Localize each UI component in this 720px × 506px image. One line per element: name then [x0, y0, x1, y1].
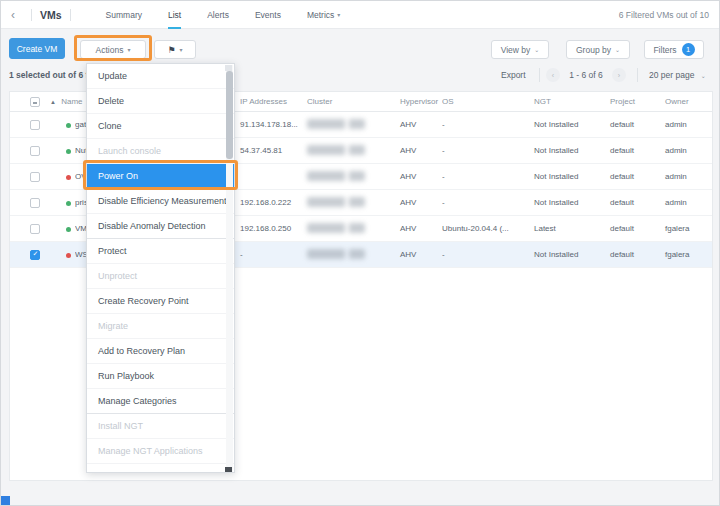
row-checkbox[interactable]: [30, 224, 40, 234]
scroll-down-icon[interactable]: [225, 467, 232, 473]
cluster-redacted: [307, 249, 365, 259]
vm-os: -: [442, 120, 445, 129]
menu-scrollbar[interactable]: [226, 65, 233, 473]
menu-item-install-ngt: Install NGT: [87, 414, 234, 439]
column-header-owner[interactable]: Owner: [665, 97, 689, 106]
page-next-button[interactable]: ›: [612, 68, 626, 82]
view-by-button[interactable]: View by ⌄: [491, 40, 549, 59]
column-header-project[interactable]: Project: [610, 97, 635, 106]
menu-item-update[interactable]: Update: [87, 64, 234, 89]
entity-header-bar: ‹ VMs Summary List Alerts Events Metrics…: [1, 1, 719, 29]
column-header-cluster[interactable]: Cluster: [307, 97, 332, 106]
vm-hypervisor: AHV: [400, 250, 416, 259]
prism-vms-screen: ‹ VMs Summary List Alerts Events Metrics…: [0, 0, 720, 506]
vm-project: default: [610, 120, 634, 129]
tab-summary[interactable]: Summary: [93, 1, 155, 29]
filters-label: Filters: [653, 45, 676, 55]
vm-os: -: [442, 172, 445, 181]
create-vm-button[interactable]: Create VM: [9, 38, 65, 59]
scrollbar-thumb[interactable]: [226, 71, 233, 159]
tab-metrics[interactable]: Metrics ▾: [294, 1, 353, 29]
menu-item-power-on[interactable]: Power On: [87, 164, 234, 189]
group-by-label: Group by: [576, 45, 611, 55]
menu-item-migrate: Migrate: [87, 314, 234, 339]
menu-item-protect[interactable]: Protect: [87, 239, 234, 264]
export-link[interactable]: Export: [501, 70, 526, 80]
column-header-hypervisor[interactable]: Hypervisor: [400, 97, 438, 106]
entity-tabs: Summary List Alerts Events Metrics ▾: [93, 1, 354, 29]
vm-os: -: [442, 198, 445, 207]
column-header-os[interactable]: OS: [442, 97, 454, 106]
vm-hypervisor: AHV: [400, 198, 416, 207]
power-status-on-icon: [66, 201, 71, 206]
chevron-down-icon: ▾: [180, 46, 183, 53]
menu-item-run-playbook[interactable]: Run Playbook: [87, 364, 234, 389]
vm-project: default: [610, 198, 634, 207]
vm-owner: admin: [665, 198, 687, 207]
per-page-select[interactable]: 20 per page ⌄: [649, 70, 706, 80]
row-checkbox[interactable]: [30, 146, 40, 156]
tab-list[interactable]: List: [155, 1, 194, 29]
page-title: VMs: [40, 9, 62, 21]
menu-item-create-recovery-point[interactable]: Create Recovery Point: [87, 289, 234, 314]
menu-item-manage-ngt-applications: Manage NGT Applications: [87, 439, 234, 464]
select-all-checkbox[interactable]: [30, 97, 40, 107]
power-status-off-icon: [66, 253, 71, 258]
vm-os: Ubuntu-20.04.4 (...: [442, 224, 509, 233]
vm-ngt: Not Installed: [534, 198, 578, 207]
vm-hypervisor: AHV: [400, 172, 416, 181]
vm-hypervisor: AHV: [400, 224, 416, 233]
vm-ip: 91.134.178.18...: [240, 120, 298, 129]
group-by-button[interactable]: Group by ⌄: [566, 40, 630, 59]
power-status-on-icon: [66, 227, 71, 232]
row-checkbox-checked[interactable]: [30, 250, 40, 260]
actions-button-label: Actions: [96, 45, 124, 55]
column-header-name[interactable]: ▲ Name: [50, 97, 83, 106]
cluster-redacted: [307, 145, 365, 155]
chevron-down-icon: ⌄: [701, 73, 706, 79]
menu-item-clone[interactable]: Clone: [87, 114, 234, 139]
cluster-redacted: [307, 197, 365, 207]
chevron-down-icon: ⌄: [615, 46, 620, 53]
vm-os: -: [442, 250, 445, 259]
divider: [70, 9, 71, 21]
vm-owner: admin: [665, 120, 687, 129]
tab-events[interactable]: Events: [242, 1, 294, 29]
filters-button[interactable]: Filters 1: [644, 40, 704, 59]
vm-ngt: Not Installed: [534, 120, 578, 129]
tab-alerts[interactable]: Alerts: [194, 1, 242, 29]
vm-ngt: Not Installed: [534, 146, 578, 155]
vm-ip: 192.168.0.250: [240, 224, 291, 233]
view-by-label: View by: [501, 45, 531, 55]
vm-hypervisor: AHV: [400, 146, 416, 155]
power-status-on-icon: [66, 149, 71, 154]
power-status-off-icon: [66, 175, 71, 180]
vm-ip: -: [240, 250, 243, 259]
vm-project: default: [610, 146, 634, 155]
page-prev-button[interactable]: ‹: [546, 68, 560, 82]
sort-asc-icon: ▲: [50, 99, 56, 105]
row-checkbox[interactable]: [30, 198, 40, 208]
vm-owner: fgalera: [665, 250, 689, 259]
column-header-ip[interactable]: IP Addresses: [240, 97, 287, 106]
actions-button[interactable]: Actions ▾: [80, 40, 146, 59]
label-flag-button[interactable]: ⚑ ▾: [154, 40, 196, 59]
menu-item-launch-console: Launch console: [87, 139, 234, 164]
menu-item-delete[interactable]: Delete: [87, 89, 234, 114]
vm-owner: admin: [665, 146, 687, 155]
back-chevron-icon[interactable]: ‹: [11, 8, 15, 22]
vm-hypervisor: AHV: [400, 120, 416, 129]
chevron-down-icon: ⌄: [534, 46, 539, 53]
filters-count-badge: 1: [682, 43, 695, 56]
vm-project: default: [610, 224, 634, 233]
row-checkbox[interactable]: [30, 120, 40, 130]
column-header-ngt[interactable]: NGT: [534, 97, 551, 106]
menu-item-add-to-recovery-plan[interactable]: Add to Recovery Plan: [87, 339, 234, 364]
menu-item-manage-categories[interactable]: Manage Categories: [87, 389, 234, 414]
vm-ngt: Latest: [534, 224, 556, 233]
menu-item-disable-anomaly-detection[interactable]: Disable Anomaly Detection: [87, 214, 234, 239]
row-checkbox[interactable]: [30, 172, 40, 182]
chevron-down-icon: ▾: [337, 11, 340, 18]
menu-item-disable-efficiency-measurement[interactable]: Disable Efficiency Measurement: [87, 189, 234, 214]
menu-item-unprotect: Unprotect: [87, 264, 234, 289]
